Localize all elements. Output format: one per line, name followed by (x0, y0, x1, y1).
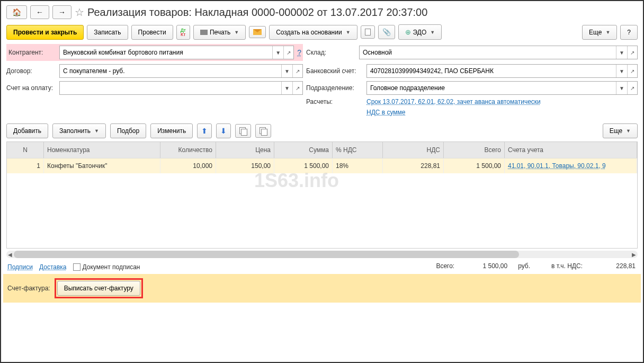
vat-mode-link[interactable]: НДС в сумме (366, 109, 406, 116)
save-button[interactable]: Записать (87, 25, 128, 40)
signatures-link[interactable]: Подписи (7, 263, 33, 271)
open-icon[interactable]: ↗ (627, 65, 637, 77)
warehouse-label: Склад: (306, 49, 357, 56)
home-button[interactable]: 🏠 (6, 5, 27, 19)
contract-input[interactable]: ▼ ↗ (59, 64, 303, 78)
items-table: N Номенклатура Количество Цена Сумма % Н… (6, 141, 638, 249)
delivery-link[interactable]: Доставка (39, 263, 67, 271)
dropdown-icon[interactable]: ▼ (616, 65, 627, 77)
th-price[interactable]: Цена (216, 142, 274, 158)
dropdown-icon[interactable]: ▼ (272, 46, 283, 59)
cell-item[interactable]: Конфеты "Батончик" (44, 158, 160, 173)
paste-icon (260, 127, 267, 135)
arrow-down-icon: ⬇ (220, 127, 227, 135)
scroll-left-icon[interactable]: ◀ (6, 251, 14, 258)
cell-accounts[interactable]: 41.01, 90.01.1, Товары, 90.02.1, 9 (505, 158, 637, 173)
bank-account-input[interactable]: ▼ ↗ (366, 64, 638, 78)
document-icon (365, 29, 371, 36)
th-item[interactable]: Номенклатура (44, 142, 160, 158)
dropdown-icon[interactable]: ▼ (616, 46, 627, 59)
th-sum[interactable]: Сумма (274, 142, 333, 158)
doc-signed-checkbox[interactable] (73, 263, 80, 271)
change-button[interactable]: Изменить (150, 123, 193, 138)
open-icon[interactable]: ↗ (292, 65, 302, 77)
add-row-button[interactable]: Добавить (6, 123, 48, 138)
forward-button[interactable]: → (52, 5, 71, 19)
post-and-close-button[interactable]: Провести и закрыть (6, 25, 84, 40)
warehouse-input[interactable]: ▼ ↗ (359, 46, 638, 59)
bank-account-label: Банковский счет: (306, 67, 364, 75)
open-icon[interactable]: ↗ (292, 82, 302, 94)
invoice-payment-label: Счет на оплату: (6, 84, 57, 92)
copy-button[interactable] (235, 124, 251, 138)
settlements-link[interactable]: Срок 13.07.2017, 62.01, 62.02, зачет ава… (366, 98, 541, 105)
cell-n[interactable]: 1 (7, 158, 44, 173)
chevron-down-icon: ▼ (605, 30, 610, 35)
copy-icon (239, 127, 247, 135)
back-button[interactable]: ← (30, 5, 49, 19)
th-qty[interactable]: Количество (160, 142, 216, 158)
write-invoice-button[interactable]: Выписать счет-фактуру (57, 281, 140, 296)
currency: руб. (518, 262, 530, 270)
print-button[interactable]: Печать▼ (193, 25, 246, 40)
arrow-up-icon: ⬆ (201, 127, 208, 135)
edo-button[interactable]: ⊕ЭДО▼ (398, 24, 442, 40)
cell-sum[interactable]: 1 500,00 (274, 158, 333, 173)
dropdown-icon[interactable]: ▼ (281, 82, 292, 94)
th-total[interactable]: Всего (444, 142, 505, 158)
dt-kt-button[interactable]: ДтКт (176, 25, 190, 40)
post-button[interactable]: Провести (131, 25, 173, 40)
help-link[interactable]: ? (297, 48, 301, 57)
doc-signed-label: Документ подписан (83, 263, 140, 271)
mail-icon (253, 29, 262, 35)
settlements-label: Расчеты: (306, 98, 364, 105)
fill-button[interactable]: Заполнить▼ (52, 123, 106, 138)
division-label: Подразделение: (306, 84, 364, 92)
contract-label: Договор: (6, 67, 57, 75)
page-title: Реализация товаров: Накладная 0000-00000… (87, 6, 427, 19)
table-row[interactable]: 1 Конфеты "Батончик" 10,000 150,00 1 500… (7, 158, 637, 173)
dropdown-icon[interactable]: ▼ (281, 65, 292, 77)
open-icon[interactable]: ↗ (627, 82, 637, 94)
cell-vat-percent[interactable]: 18% (333, 158, 383, 173)
th-vat[interactable]: НДС (383, 142, 444, 158)
move-up-button[interactable]: ⬆ (197, 123, 212, 138)
scroll-right-icon[interactable]: ▶ (630, 251, 638, 258)
invoice-payment-input[interactable]: ▼ ↗ (59, 81, 303, 95)
total-label: Всего: (436, 262, 454, 270)
cell-vat[interactable]: 228,81 (383, 158, 444, 173)
move-down-button[interactable]: ⬇ (216, 123, 231, 138)
open-icon[interactable]: ↗ (283, 46, 293, 59)
counterparty-input[interactable]: ▼ ↗ (59, 46, 294, 59)
scroll-thumb[interactable] (14, 251, 519, 258)
selection-button[interactable]: Подбор (110, 123, 146, 138)
chevron-down-icon: ▼ (234, 30, 239, 35)
invoice-label: Счет-фактура: (7, 285, 50, 292)
favorite-star-icon[interactable]: ☆ (75, 6, 84, 19)
printer-icon (200, 30, 208, 35)
counterparty-label: Контрагент: (6, 49, 57, 56)
chevron-down-icon: ▼ (94, 128, 99, 134)
open-icon[interactable]: ↗ (627, 46, 637, 59)
chevron-down-icon: ▼ (346, 30, 351, 35)
th-accounts[interactable]: Счета учета (505, 142, 637, 158)
table-more-button[interactable]: Еще▼ (603, 123, 638, 138)
horizontal-scrollbar[interactable]: ◀ ▶ (6, 251, 638, 258)
cell-qty[interactable]: 10,000 (160, 158, 216, 173)
division-input[interactable]: ▼ ↗ (366, 81, 638, 95)
cell-price[interactable]: 150,00 (216, 158, 274, 173)
doc-button[interactable] (361, 25, 375, 39)
mail-button[interactable] (249, 26, 266, 38)
th-n[interactable]: N (7, 142, 44, 158)
help-button[interactable]: ? (620, 25, 638, 40)
cell-total[interactable]: 1 500,00 (444, 158, 505, 173)
incl-vat-label: в т.ч. НДС: (551, 262, 583, 270)
total-value: 1 500,00 (465, 262, 507, 270)
more-button[interactable]: Еще▼ (582, 25, 617, 40)
attach-button[interactable]: 📎 (378, 25, 395, 39)
dt-kt-icon: ДтКт (181, 28, 186, 37)
th-vat-percent[interactable]: % НДС (333, 142, 383, 158)
create-based-on-button[interactable]: Создать на основании▼ (269, 25, 357, 40)
dropdown-icon[interactable]: ▼ (616, 82, 627, 94)
paste-button[interactable] (255, 124, 271, 138)
